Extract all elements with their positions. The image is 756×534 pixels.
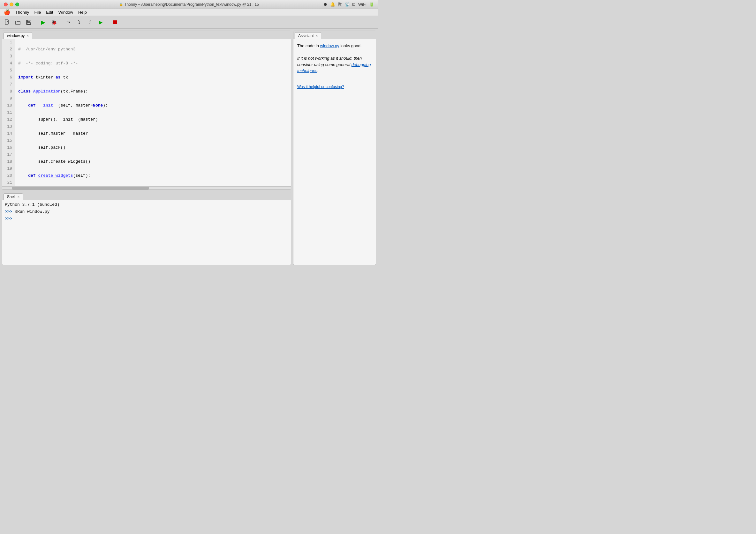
assistant-content: The code in window.py looks good. If it … — [293, 39, 376, 265]
traffic-lights — [4, 3, 19, 6]
step-out-button[interactable]: ⤴ — [86, 18, 94, 27]
code-area: 12345 678910 1112131415 1617181920 21 #!… — [2, 39, 291, 186]
window-title: 🔒 Thonny – /Users/heping/Documents/Progr… — [119, 2, 259, 7]
assistant-tab-bar: Assistant × — [293, 31, 376, 39]
system-icon-5: ⊡ — [352, 2, 356, 7]
menu-file[interactable]: File — [32, 9, 43, 15]
editor-scrollbar-thumb[interactable] — [12, 187, 149, 190]
assistant-tab-close[interactable]: × — [316, 34, 318, 38]
toolbar: ▶ 🐞 ↷ ⤵ ⤴ ▶ ⏹ — [0, 16, 378, 29]
code-line-9: self.create_widgets() — [18, 158, 291, 165]
lock-icon: 🔒 — [119, 3, 123, 6]
shell-container: Shell × Python 3.7.1 (bundled) >>> %Run … — [2, 192, 291, 265]
assistant-file-link[interactable]: window.py — [320, 43, 339, 48]
shell-run-line: >>> %Run window.py — [5, 208, 288, 215]
assistant-italic-text: If it is not working as it should, then … — [297, 55, 372, 74]
code-line-4: class Application(tk.Frame): — [18, 88, 291, 95]
shell-tab[interactable]: Shell × — [4, 193, 23, 200]
code-line-10: def create_widgets(self): — [18, 172, 291, 179]
menu-thonny[interactable]: Thonny — [13, 9, 32, 15]
system-icons: ⏺ 🔔 微 📡 ⊡ WiFi 🔋 — [323, 2, 374, 7]
editor-container: window.py × 12345 678910 1112131415 1617… — [2, 31, 291, 190]
main-area: window.py × 12345 678910 1112131415 1617… — [0, 29, 378, 267]
svg-rect-2 — [27, 20, 30, 22]
shell-tab-bar: Shell × — [2, 192, 291, 200]
menubar: 🍎 Thonny File Edit Window Help — [0, 9, 378, 16]
shell-info-line: Python 3.7.1 (bundled) — [5, 201, 288, 208]
code-line-6: super().__init__(master) — [18, 116, 291, 123]
svg-rect-3 — [27, 23, 30, 24]
assistant-tab[interactable]: Assistant × — [295, 32, 321, 39]
svg-rect-0 — [5, 20, 8, 24]
minimize-button[interactable] — [10, 3, 14, 6]
right-panel: Assistant × The code in window.py looks … — [293, 31, 376, 265]
assistant-feedback-link[interactable]: Was it helpful or confusing? — [297, 84, 372, 89]
editor-tab-label: window.py — [7, 34, 25, 38]
shell-content[interactable]: Python 3.7.1 (bundled) >>> %Run window.p… — [2, 200, 291, 265]
maximize-button[interactable] — [15, 3, 19, 6]
toolbar-separator-2 — [61, 19, 61, 26]
line-numbers: 12345 678910 1112131415 1617181920 21 — [2, 39, 15, 186]
resume-button[interactable]: ▶ — [96, 18, 105, 27]
save-file-button[interactable] — [24, 18, 33, 27]
system-icon-2: 🔔 — [330, 2, 335, 7]
editor-scrollbar[interactable] — [2, 186, 291, 190]
code-line-3: import tkinter as tk — [18, 74, 291, 81]
system-icon-1: ⏺ — [323, 2, 328, 7]
editor-tab-windowpy[interactable]: window.py × — [4, 32, 32, 39]
code-line-1: #! /usr/bin/env python3 — [18, 46, 291, 53]
titlebar: 🔒 Thonny – /Users/heping/Documents/Progr… — [0, 0, 378, 9]
menu-help[interactable]: Help — [76, 9, 89, 15]
step-over-button[interactable]: ↷ — [64, 18, 73, 27]
code-line-8: self.pack() — [18, 144, 291, 151]
system-icon-3: 微 — [338, 2, 342, 7]
left-panel: window.py × 12345 678910 1112131415 1617… — [2, 31, 291, 265]
code-lines[interactable]: #! /usr/bin/env python3 #! -*- coding: u… — [15, 39, 291, 186]
toolbar-separator-1 — [36, 19, 36, 26]
open-file-button[interactable] — [14, 18, 22, 27]
code-line-7: self.master = master — [18, 130, 291, 137]
close-button[interactable] — [4, 3, 8, 6]
run-button[interactable]: ▶ — [39, 18, 47, 27]
code-line-2: #! -*- coding: utf-8 -*- — [18, 60, 291, 67]
stop-button[interactable]: ⏹ — [111, 18, 120, 27]
assistant-text-main: The code in window.py looks good. — [297, 43, 372, 49]
step-into-button[interactable]: ⤵ — [75, 18, 84, 27]
editor-tab-close[interactable]: × — [26, 34, 28, 38]
shell-tab-close[interactable]: × — [17, 195, 19, 199]
editor-content[interactable]: 12345 678910 1112131415 1617181920 21 #!… — [2, 39, 291, 186]
shell-tab-label: Shell — [7, 194, 16, 199]
system-icon-4: 📡 — [344, 2, 350, 7]
assistant-tab-label: Assistant — [298, 34, 314, 38]
apple-menu[interactable]: 🍎 — [1, 9, 13, 15]
battery-icon: 🔋 — [369, 2, 374, 7]
menu-edit[interactable]: Edit — [43, 9, 56, 15]
toolbar-separator-3 — [108, 19, 108, 26]
shell-prompt-line: >>> — [5, 215, 288, 222]
editor-tab-bar: window.py × — [2, 31, 291, 39]
debug-button[interactable]: 🐞 — [49, 18, 58, 27]
code-line-5: def __init__(self, master=None): — [18, 102, 291, 109]
menu-window[interactable]: Window — [56, 9, 76, 15]
new-file-button[interactable] — [3, 18, 12, 27]
wifi-icon: WiFi — [358, 2, 366, 7]
